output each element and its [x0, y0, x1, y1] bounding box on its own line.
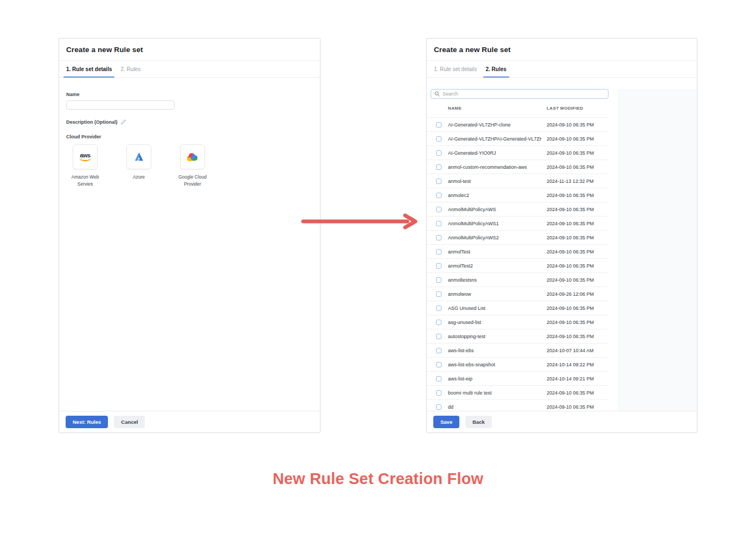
row-checkbox[interactable] — [436, 277, 441, 283]
provider-option-gcp[interactable]: Google Cloud Provider — [174, 144, 212, 188]
tab-rule-set-details[interactable]: 1. Rule set details — [434, 61, 477, 77]
row-checkbox[interactable] — [436, 390, 441, 396]
column-header-last-modified: LAST MODIFIED — [547, 106, 608, 111]
row-modified: 2024-09-10 06:35 PM — [547, 277, 608, 283]
table-row[interactable]: AI-Generated-VL7ZHP-clone 2024-09-10 06:… — [427, 118, 608, 132]
table-row[interactable]: asg-unused-list 2024-09-10 06:35 PM — [427, 315, 608, 329]
row-name: asg-unused-list — [448, 320, 542, 325]
row-checkbox[interactable] — [436, 207, 441, 212]
table-row[interactable]: AI-Generated-VL7ZHPAI-Generated-VL7ZHPAI… — [427, 132, 608, 146]
rule-set-details-form: Name Description (Optional) Cloud Provid… — [59, 92, 320, 188]
table-row[interactable]: aws-list-eip 2024-10-14 09:21 PM — [427, 372, 608, 386]
row-checkbox[interactable] — [436, 320, 441, 325]
row-checkbox[interactable] — [436, 221, 441, 226]
row-name: AnmolMultiPolicyAWS1 — [448, 221, 542, 226]
google-cloud-logo-icon — [186, 152, 199, 162]
cloud-provider-options: aws Amazon Web Servies — [66, 144, 313, 188]
table-row[interactable]: aws-list-ebs-snapshot 2024-10-14 09:22 P… — [427, 358, 608, 372]
table-row[interactable]: anmolTest2 2024-09-10 06:35 PM — [427, 259, 608, 273]
row-checkbox[interactable] — [436, 122, 441, 128]
row-checkbox[interactable] — [436, 291, 441, 297]
row-modified: 2024-09-10 06:35 PM — [547, 193, 608, 198]
row-checkbox[interactable] — [436, 150, 441, 156]
provider-label: Google Cloud Provider — [174, 174, 212, 188]
table-row[interactable]: anmol-test 2024-11-13 12:32 PM — [427, 174, 608, 188]
dialog-footer: Save Back — [427, 411, 697, 433]
row-checkbox[interactable] — [436, 179, 441, 184]
gcp-card[interactable] — [180, 144, 205, 169]
row-name: dd — [448, 404, 542, 410]
row-name: boomi multi rule test — [448, 390, 542, 396]
flow-arrow — [300, 212, 420, 231]
table-row[interactable]: anmolec2 2024-09-10 06:35 PM — [427, 188, 608, 202]
row-modified: 2024-09-10 06:35 PM — [547, 249, 608, 255]
table-row[interactable]: anmoltestsns 2024-09-10 06:35 PM — [427, 273, 608, 287]
aws-logo-icon: aws — [79, 152, 91, 161]
table-row[interactable]: ASG Unused List 2024-09-10 06:35 PM — [427, 301, 608, 315]
row-checkbox[interactable] — [436, 193, 441, 198]
row-name: AI-Generated-VL7ZHP-clone — [448, 122, 542, 128]
provider-option-aws[interactable]: aws Amazon Web Servies — [66, 144, 104, 188]
tab-rules[interactable]: 2. Rules — [120, 61, 140, 77]
azure-card[interactable] — [126, 144, 151, 169]
row-checkbox[interactable] — [436, 164, 441, 170]
row-name: AI-Generated-VL7ZHPAI-Generated-VL7ZHPAI… — [448, 136, 542, 142]
rule-preview-panel — [617, 89, 696, 411]
row-checkbox[interactable] — [436, 249, 441, 255]
description-label: Description (Optional) — [66, 119, 118, 125]
dialog-title: Create a new Rule set — [59, 39, 320, 61]
cloud-provider-label: Cloud Provider — [66, 134, 313, 139]
rules-search-box[interactable] — [431, 89, 608, 99]
back-button[interactable]: Back — [465, 416, 492, 428]
row-checkbox[interactable] — [436, 376, 441, 382]
row-modified: 2024-10-14 09:21 PM — [547, 376, 608, 382]
table-row[interactable]: AnmolMultiPolicyAWS2 2024-09-10 06:35 PM — [427, 231, 608, 245]
table-row[interactable]: anmolwow 2024-09-26 12:06 PM — [427, 287, 608, 301]
next-rules-button[interactable]: Next: Rules — [66, 416, 108, 428]
table-row[interactable]: AnmolMultiPolicyAWS 2024-09-10 06:35 PM — [427, 202, 608, 217]
row-modified: 2024-09-10 06:35 PM — [547, 390, 608, 396]
row-checkbox[interactable] — [436, 263, 441, 269]
row-checkbox[interactable] — [436, 362, 441, 367]
azure-logo-icon — [133, 151, 145, 162]
row-modified: 2024-09-10 06:35 PM — [547, 404, 608, 410]
row-checkbox[interactable] — [436, 404, 441, 410]
row-checkbox[interactable] — [436, 136, 441, 142]
wizard-tabs: 1. Rule set details 2. Rules — [59, 61, 320, 78]
row-modified: 2024-09-10 06:35 PM — [547, 164, 608, 170]
provider-label: Amazon Web Servies — [66, 174, 104, 188]
table-row[interactable]: boomi multi rule test 2024-09-10 06:35 P… — [427, 386, 608, 400]
table-row[interactable]: AI-Generated-YIO0RJ 2024-09-10 06:35 PM — [427, 146, 608, 160]
pencil-icon[interactable] — [120, 119, 126, 125]
column-header-name: NAME — [448, 106, 542, 111]
row-checkbox[interactable] — [436, 235, 441, 240]
tab-rule-set-details[interactable]: 1. Rule set details — [66, 61, 112, 77]
row-checkbox[interactable] — [436, 348, 441, 353]
name-input[interactable] — [66, 100, 175, 110]
save-button[interactable]: Save — [433, 416, 459, 428]
rules-table-body: AI-Generated-VL7ZHP-clone 2024-09-10 06:… — [427, 118, 608, 414]
row-modified: 2024-09-10 06:35 PM — [547, 122, 608, 128]
row-name: AnmolMultiPolicyAWS2 — [448, 235, 542, 240]
table-row[interactable]: autostopping-test 2024-09-10 06:35 PM — [427, 329, 608, 344]
table-row[interactable]: anmol-custom-recommendation-aws 2024-09-… — [427, 160, 608, 174]
row-modified: 2024-09-10 06:35 PM — [547, 263, 608, 269]
row-name: anmolTest — [448, 249, 542, 255]
tab-rules[interactable]: 2. Rules — [486, 61, 507, 77]
aws-card[interactable]: aws — [73, 144, 98, 169]
row-name: anmolTest2 — [448, 263, 542, 269]
row-modified: 2024-09-10 06:35 PM — [547, 235, 608, 240]
row-name: aws-list-ebs-snapshot — [448, 362, 542, 367]
table-row[interactable]: aws-list-ebs 2024-10-07 10:44 AM — [427, 344, 608, 358]
row-name: anmoltestsns — [448, 277, 542, 283]
row-checkbox[interactable] — [436, 334, 441, 339]
dialog-footer: Next: Rules Cancel — [59, 411, 320, 433]
cancel-button[interactable]: Cancel — [114, 416, 145, 428]
search-input[interactable] — [443, 91, 605, 97]
rules-selection-dialog: Create a new Rule set 1. Rule set detail… — [426, 38, 697, 433]
provider-option-azure[interactable]: Azure — [120, 144, 158, 188]
row-modified: 2024-09-10 06:35 PM — [547, 320, 608, 325]
row-checkbox[interactable] — [436, 306, 441, 311]
table-row[interactable]: AnmolMultiPolicyAWS1 2024-09-10 06:35 PM — [427, 217, 608, 231]
table-row[interactable]: anmolTest 2024-09-10 06:35 PM — [427, 245, 608, 259]
